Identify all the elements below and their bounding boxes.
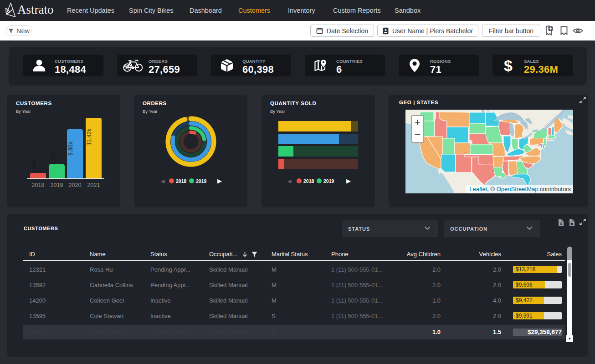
svg-text:X: X — [559, 222, 562, 226]
